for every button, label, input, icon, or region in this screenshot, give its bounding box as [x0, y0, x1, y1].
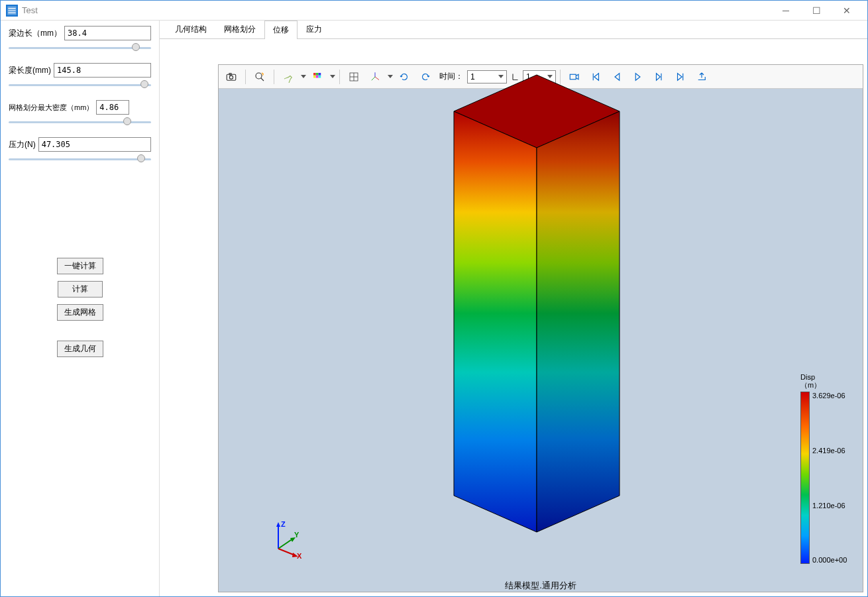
export-icon[interactable]: [692, 68, 712, 86]
legend-min: 0.000e+00: [812, 556, 853, 564]
mesh-density-slider[interactable]: [9, 116, 151, 128]
zoom-quick-icon[interactable]: [250, 68, 270, 86]
main-panel: 几何结构 网格划分 位移 应力: [160, 21, 867, 596]
viewport-caption: 结果模型.通用分析: [505, 580, 576, 592]
one-click-calc-button[interactable]: 一键计算: [57, 258, 103, 274]
tab-displacement[interactable]: 位移: [264, 21, 298, 39]
svg-marker-19: [537, 111, 620, 532]
maximize-button[interactable]: ☐: [801, 1, 832, 21]
svg-marker-21: [276, 522, 280, 527]
beam-edge-input[interactable]: [64, 26, 151, 40]
legend-unit: （m）: [800, 381, 821, 389]
color-dropdown-icon[interactable]: [330, 75, 335, 78]
beam-length-slider[interactable]: [9, 79, 151, 91]
paint-dropdown-icon[interactable]: [301, 75, 306, 78]
step-forward-icon[interactable]: [649, 68, 669, 86]
svg-rect-7: [316, 73, 319, 76]
titlebar: Test ─ ☐ ✕: [1, 1, 867, 21]
svg-marker-18: [454, 111, 537, 532]
legend-mid2: 2.419e-06: [812, 447, 853, 455]
paint-tool-icon[interactable]: [278, 68, 298, 86]
svg-rect-6: [313, 73, 316, 76]
tab-stress[interactable]: 应力: [298, 20, 331, 38]
svg-rect-10: [316, 75, 319, 78]
svg-line-15: [375, 77, 379, 80]
tab-mesh[interactable]: 网格划分: [215, 20, 264, 38]
gen-geometry-button[interactable]: 生成几何: [57, 341, 103, 357]
snapshot-icon[interactable]: [221, 68, 241, 86]
model-column: [451, 72, 623, 535]
legend-max: 3.629e-06: [812, 392, 853, 400]
window-title: Test: [22, 5, 38, 15]
rotate-cw-icon[interactable]: [394, 68, 414, 86]
sidebar: 梁边长（mm） 梁长度(mm) 网格划分最大密度（mm）: [1, 21, 160, 596]
play-icon[interactable]: [628, 68, 648, 86]
svg-rect-9: [313, 75, 316, 78]
beam-edge-slider[interactable]: [9, 42, 151, 54]
svg-rect-8: [319, 73, 321, 76]
axis-xyz-icon[interactable]: [365, 68, 385, 86]
minimize-button[interactable]: ─: [771, 1, 801, 21]
svg-rect-11: [319, 75, 321, 78]
pressure-slider[interactable]: [9, 153, 151, 165]
legend-title: Disp: [800, 373, 815, 381]
svg-line-23: [278, 539, 293, 549]
svg-text:X: X: [297, 552, 302, 559]
fit-view-icon[interactable]: [344, 68, 364, 86]
calc-button[interactable]: 计算: [58, 281, 103, 298]
close-button[interactable]: ✕: [832, 1, 862, 21]
legend-mid1: 1.210e-06: [812, 502, 853, 510]
pressure-label: 压力(N): [9, 139, 38, 150]
mesh-density-label: 网格划分最大密度（mm）: [9, 103, 96, 113]
mesh-density-input[interactable]: [96, 100, 129, 115]
gen-mesh-button[interactable]: 生成网格: [57, 304, 103, 321]
svg-point-2: [229, 76, 233, 79]
tab-geometry[interactable]: 几何结构: [166, 20, 215, 38]
pressure-input[interactable]: [38, 137, 151, 152]
tab-bar: 几何结构 网格划分 位移 应力: [160, 21, 867, 39]
viewport-3d[interactable]: 时间： 1 1: [218, 64, 863, 592]
rotate-ccw-icon[interactable]: [415, 68, 435, 86]
color-legend: Disp （m） 3.629e-06 2.419e-06 1.210e-06 0…: [800, 373, 853, 578]
svg-text:Z: Z: [281, 520, 286, 528]
beam-edge-label: 梁边长（mm）: [9, 28, 64, 39]
axis-gizmo: Z Y X: [265, 519, 305, 559]
cube-color-icon[interactable]: [307, 68, 327, 86]
svg-line-13: [372, 77, 375, 80]
app-icon: [6, 5, 18, 17]
svg-line-5: [261, 78, 264, 81]
app-window: Test ─ ☐ ✕ 梁边长（mm） 梁长度(mm): [0, 0, 868, 597]
beam-length-label: 梁长度(mm): [9, 65, 54, 76]
skip-last-icon[interactable]: [671, 68, 690, 86]
svg-line-26: [278, 549, 295, 555]
svg-text:Y: Y: [294, 531, 299, 539]
beam-length-input[interactable]: [54, 63, 151, 78]
axis-dropdown-icon[interactable]: [388, 75, 393, 78]
legend-bar: [800, 392, 810, 564]
